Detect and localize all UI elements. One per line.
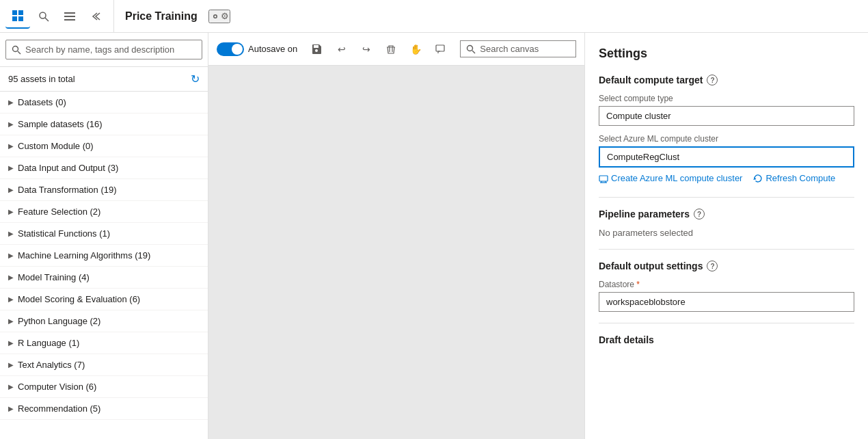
- chevron-icon: ▶: [8, 230, 14, 237]
- list-item[interactable]: ▶ Machine Learning Algorithms (19): [0, 245, 208, 267]
- chevron-icon: ▶: [8, 186, 14, 194]
- chevron-icon: ▶: [8, 120, 14, 128]
- asset-label: Feature Selection (2): [18, 207, 100, 217]
- refresh-compute-icon: [753, 174, 763, 183]
- collapse-nav-icon[interactable]: [83, 4, 108, 29]
- output-section-title: Default output settings: [599, 261, 703, 271]
- autosave-label: Autosave on: [248, 44, 297, 54]
- page-title: Price Training: [125, 10, 198, 23]
- chevron-icon: ▶: [8, 295, 14, 303]
- svg-rect-8: [64, 19, 75, 21]
- assets-count: 95 assets in total: [8, 74, 75, 84]
- comment-button[interactable]: [430, 39, 450, 59]
- chevron-icon: ▶: [8, 405, 14, 412]
- chevron-icon: ▶: [8, 383, 14, 390]
- list-item[interactable]: ▶ Text Analytics (7): [0, 354, 208, 376]
- output-section: Default output settings ? Datastore work…: [599, 261, 854, 312]
- canvas-search-icon: [466, 44, 476, 54]
- no-params-text: No parameters selected: [599, 228, 854, 238]
- list-nav-icon[interactable]: [57, 4, 82, 29]
- list-item[interactable]: ▶ Recommendation (5): [0, 398, 208, 420]
- svg-rect-0: [12, 10, 17, 15]
- chevron-icon: ▶: [8, 361, 14, 369]
- chevron-icon: ▶: [8, 274, 14, 281]
- svg-rect-11: [436, 45, 444, 51]
- compute-info-icon[interactable]: ?: [707, 75, 718, 85]
- draft-section-title: Draft details: [599, 334, 654, 345]
- refresh-assets-icon[interactable]: ↻: [191, 72, 200, 85]
- list-item[interactable]: ▶ Feature Selection (2): [0, 201, 208, 223]
- list-item[interactable]: ▶ Datasets (0): [0, 92, 208, 114]
- asset-label: R Language (1): [18, 338, 79, 348]
- settings-title: Settings: [599, 46, 854, 61]
- asset-label: Computer Vision (6): [18, 382, 96, 392]
- list-item[interactable]: ▶ R Language (1): [0, 332, 208, 354]
- asset-label: Custom Module (0): [18, 141, 94, 151]
- svg-rect-2: [12, 16, 17, 21]
- asset-label: Data Input and Output (3): [18, 163, 118, 173]
- refresh-compute-link[interactable]: Refresh Compute: [753, 173, 835, 183]
- delete-button[interactable]: [381, 39, 401, 59]
- asset-label: Sample datasets (16): [18, 119, 103, 129]
- asset-label: Datasets (0): [18, 97, 66, 107]
- save-button[interactable]: [307, 39, 327, 59]
- list-item[interactable]: ▶ Custom Module (0): [0, 135, 208, 157]
- list-item[interactable]: ▶ Python Language (2): [0, 310, 208, 332]
- draft-section: Draft details: [599, 334, 854, 345]
- svg-line-10: [18, 51, 21, 54]
- canvas-search-box[interactable]: Search canvas: [460, 40, 576, 57]
- datastore-value: workspaceblobstore: [599, 292, 854, 312]
- chevron-icon: ▶: [8, 142, 14, 150]
- output-info-icon[interactable]: ?: [707, 261, 718, 271]
- list-item[interactable]: ▶ Data Transformation (19): [0, 179, 208, 201]
- svg-rect-14: [599, 176, 608, 181]
- asset-label: Text Analytics (7): [18, 360, 85, 370]
- canvas-search-placeholder: Search canvas: [480, 44, 539, 54]
- asset-list: ▶ Datasets (0) ▶ Sample datasets (16) ▶ …: [0, 92, 208, 439]
- chevron-icon: ▶: [8, 317, 14, 325]
- create-cluster-link[interactable]: Create Azure ML compute cluster: [599, 173, 742, 183]
- list-item[interactable]: ▶ Model Training (4): [0, 267, 208, 289]
- list-item[interactable]: ▶ Computer Vision (6): [0, 376, 208, 398]
- datastore-label: Datastore: [599, 280, 854, 289]
- list-item[interactable]: ▶ Statistical Functions (1): [0, 223, 208, 245]
- redo-button[interactable]: ↪: [356, 39, 377, 59]
- chevron-icon: ▶: [8, 339, 14, 347]
- asset-label: Python Language (2): [18, 316, 100, 326]
- svg-line-5: [45, 18, 49, 21]
- sidebar-search-icon: [12, 45, 21, 55]
- grid-icon[interactable]: [5, 4, 30, 29]
- pipeline-section: Pipeline parameters ? No parameters sele…: [599, 209, 854, 238]
- chevron-icon: ▶: [8, 252, 14, 259]
- svg-rect-7: [64, 16, 75, 17]
- undo-button[interactable]: ↩: [331, 39, 352, 59]
- sidebar-search-box[interactable]: Search by name, tags and description: [5, 40, 202, 59]
- svg-rect-1: [18, 10, 23, 15]
- settings-gear-icon[interactable]: ⚙: [208, 10, 230, 23]
- compute-cluster-label: Select Azure ML compute cluster: [599, 134, 854, 144]
- autosave-toggle[interactable]: [217, 42, 244, 56]
- asset-label: Model Training (4): [18, 272, 90, 282]
- svg-point-4: [40, 12, 46, 18]
- svg-point-12: [467, 45, 473, 51]
- asset-label: Machine Learning Algorithms (19): [18, 250, 150, 261]
- svg-line-13: [472, 51, 475, 53]
- compute-section-title: Default compute target: [599, 75, 703, 85]
- compute-section: Default compute target ? Select compute …: [599, 75, 854, 183]
- compute-type-value: Compute cluster: [599, 106, 854, 126]
- asset-label: Statistical Functions (1): [18, 228, 110, 239]
- list-item[interactable]: ▶ Sample datasets (16): [0, 114, 208, 135]
- list-item[interactable]: ▶ Data Input and Output (3): [0, 157, 208, 179]
- search-nav-icon[interactable]: [31, 4, 56, 29]
- sidebar-search-placeholder: Search by name, tags and description: [25, 44, 196, 55]
- chevron-icon: ▶: [8, 98, 14, 106]
- list-item[interactable]: ▶ Model Scoring & Evaluation (6): [0, 289, 208, 310]
- hand-button[interactable]: ✋: [405, 39, 426, 59]
- pipeline-info-icon[interactable]: ?: [694, 209, 705, 220]
- chevron-icon: ▶: [8, 164, 14, 172]
- asset-label: Recommendation (5): [18, 403, 100, 414]
- compute-cluster-input[interactable]: ComputeRegClust: [599, 146, 854, 168]
- asset-label: Data Transformation (19): [18, 185, 117, 195]
- svg-rect-6: [64, 12, 75, 14]
- svg-rect-3: [18, 16, 23, 21]
